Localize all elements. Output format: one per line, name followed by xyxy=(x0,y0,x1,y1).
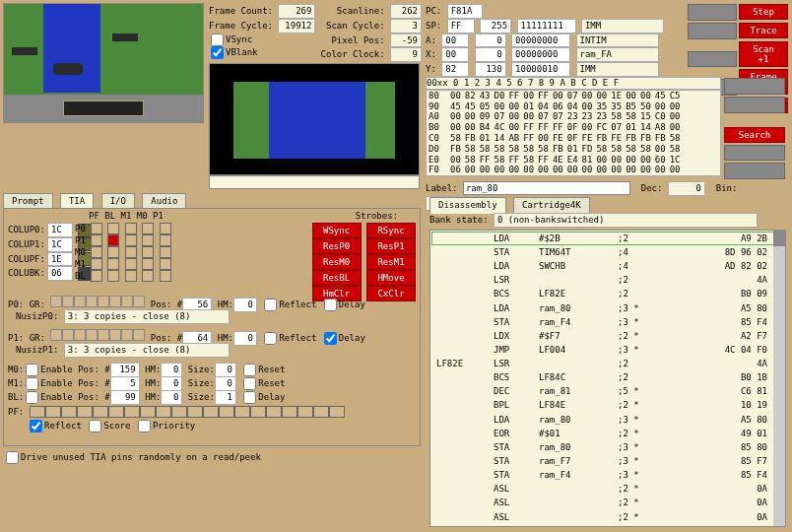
disasm-row[interactable]: LDX#$F7;2 *A2 F7 xyxy=(432,330,783,342)
reset-button[interactable] xyxy=(724,163,785,179)
disasm-row[interactable]: EOR#$01;2 *49 01 xyxy=(432,428,783,439)
nusizp0[interactable]: 3: 3 copies - close (8) xyxy=(64,309,230,324)
disasm-row[interactable]: STAram_F4;3 *85 F4 xyxy=(432,469,783,481)
bank-state[interactable]: 0 (non-bankswitched) xyxy=(494,213,758,228)
game-view-large xyxy=(209,63,420,175)
pf-bits[interactable] xyxy=(30,407,345,417)
disasm-row[interactable]: STAram_F4;3 *85 F4 xyxy=(432,316,783,328)
label-input[interactable] xyxy=(463,181,630,195)
disasm-row[interactable]: LDAram_80;3 *A5 80 xyxy=(432,302,783,314)
tab-cart[interactable]: Cartridge4K xyxy=(513,197,590,214)
scan-info: Scanline: 262 Scan Cycle: 3 Pixel Pos: -… xyxy=(313,4,422,62)
disasm-row[interactable]: STAram_F7;3 *85 F7 xyxy=(432,455,783,467)
disasm-row[interactable]: BCSLF84C;2B0 1B xyxy=(432,371,783,383)
pc-field[interactable]: F81A xyxy=(447,4,483,19)
disasm-row[interactable]: DECram_81;5 *C6 81 xyxy=(432,385,783,397)
disasm-row[interactable]: STAram_80;3 *85 80 xyxy=(432,441,783,453)
compare-button[interactable] xyxy=(724,145,785,162)
disasm-row[interactable]: LDASWCHB;4AD 82 02 xyxy=(432,260,783,272)
m0-reset[interactable] xyxy=(243,364,256,376)
disasm-row[interactable]: ASL;2 *0A xyxy=(432,483,783,495)
disasm-row[interactable]: LDA#$2B;2A9 2B xyxy=(432,233,783,244)
vblank-check[interactable] xyxy=(211,46,224,59)
game-view-small xyxy=(3,3,204,123)
m1-reset[interactable] xyxy=(243,377,256,390)
btn-b[interactable] xyxy=(724,97,785,113)
bl-enable[interactable] xyxy=(26,391,38,404)
rewind3[interactable] xyxy=(688,51,737,68)
frame-cycle: 19912 xyxy=(278,19,315,33)
search-button[interactable]: Search xyxy=(724,127,785,143)
disasm-row[interactable]: ASL;2 *0A xyxy=(432,497,783,508)
p0-delay[interactable] xyxy=(324,299,337,311)
pf-priority[interactable] xyxy=(138,420,151,432)
mem-dump: 00xx 0 1 2 3 4 5 6 7 8 9 A B C D E F 800… xyxy=(426,77,721,176)
disasm-row[interactable]: ADC#$08;2 *69 08 xyxy=(432,525,783,527)
disasm-row[interactable]: LSR;24A xyxy=(432,274,783,286)
tia-panel: PF BL M1 M0 P1 Strobes: COLUP0:1C COLUP1… xyxy=(3,208,421,446)
p0-hm[interactable]: 0 xyxy=(233,298,257,312)
disasm-row[interactable]: JMPLF004;3 *4C 04 F0 xyxy=(432,344,783,356)
search-col: Search xyxy=(723,77,784,180)
m1-enable[interactable] xyxy=(26,377,38,390)
nusizp1[interactable]: 3: 3 copies - close (8) xyxy=(64,343,230,358)
disasm-row[interactable]: ASL;2 *0A xyxy=(432,511,783,523)
p0-reflect[interactable] xyxy=(264,299,277,311)
p1-hm[interactable]: 0 xyxy=(233,331,257,346)
rewind1[interactable] xyxy=(688,4,737,21)
prompt-line[interactable] xyxy=(209,175,420,189)
vsync-check[interactable] xyxy=(211,33,224,46)
tab-disasm[interactable]: Disassembly xyxy=(429,197,506,214)
p1-delay[interactable] xyxy=(324,332,337,345)
p1-reflect[interactable] xyxy=(264,332,277,345)
rewind2[interactable] xyxy=(688,23,737,39)
scan-button[interactable]: Scan +1 xyxy=(739,41,788,67)
frame-count: 269 xyxy=(278,4,315,19)
tabs-right: Disassembly Cartridge4K xyxy=(429,197,592,214)
drive-pins[interactable] xyxy=(6,451,19,464)
bl-delay[interactable] xyxy=(243,391,256,404)
disasm-row[interactable]: BCSLF82E;2B0 09 xyxy=(432,288,783,299)
disasm-row[interactable]: LF82ELSR;24A xyxy=(432,358,783,369)
disasm-row[interactable]: BPLLF84E;2 *10 19 xyxy=(432,399,783,411)
m0-enable[interactable] xyxy=(26,364,38,376)
disasm-row[interactable]: STATIM64T;48D 96 02 xyxy=(432,246,783,258)
trace-button[interactable]: Trace xyxy=(739,23,788,38)
disasm-scrollbar[interactable] xyxy=(773,231,785,526)
pf-reflect[interactable] xyxy=(30,420,42,432)
step-button[interactable]: Step xyxy=(739,4,788,20)
disasm-panel: Bank state: 0 (non-bankswitched) LDA#$2B… xyxy=(429,213,786,527)
disasm-row[interactable]: LDAram_80;3 *A5 80 xyxy=(432,414,783,426)
pf-score[interactable] xyxy=(89,420,101,432)
btn-a[interactable] xyxy=(724,78,785,95)
